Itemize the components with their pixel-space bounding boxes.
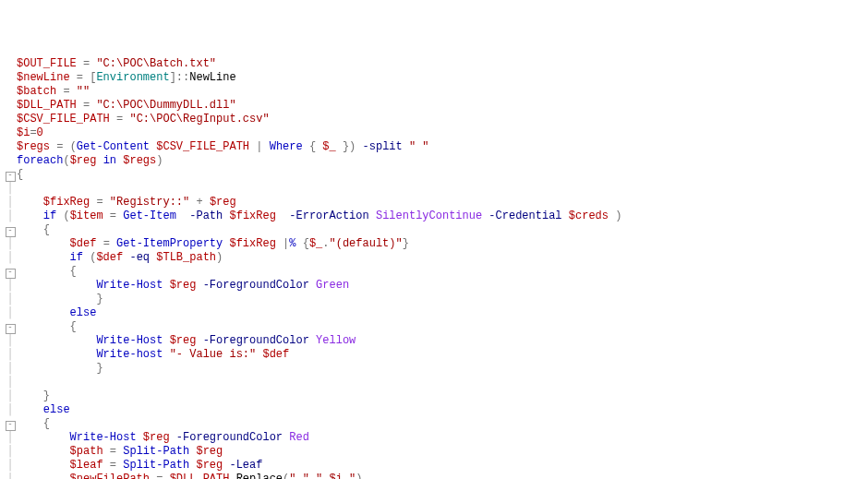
fold-guide: │ bbox=[4, 389, 17, 403]
fold-guide: │ bbox=[4, 473, 17, 479]
fold-guide: │ bbox=[4, 293, 17, 306]
code-line[interactable]: - { bbox=[4, 417, 864, 431]
gutter-blank bbox=[4, 113, 17, 126]
code-line[interactable]: │ if ($item = Get-Item -Path $fixReg -Er… bbox=[4, 210, 864, 223]
code-line[interactable]: │ $path = Split-Path $reg bbox=[4, 445, 864, 459]
code-line[interactable]: │ Write-Host $reg -ForegroundColor Yello… bbox=[4, 334, 864, 348]
fold-guide: │ bbox=[4, 251, 17, 265]
code-line[interactable]: │ else bbox=[4, 306, 864, 320]
code-editor[interactable]: $OUT_FILE = "C:\POC\Batch.txt" $newLine … bbox=[4, 57, 864, 479]
gutter-blank bbox=[4, 140, 17, 154]
code-line[interactable]: $newLine = [Environment]::NewLine bbox=[4, 71, 864, 85]
code-line[interactable]: │ $newFilePath = $DLL_PATH.Replace(".","… bbox=[4, 473, 864, 479]
code-line[interactable]: │ Write-host "- Value is:" $def bbox=[4, 348, 864, 362]
code-line[interactable]: │ $leaf = Split-Path $reg -Leaf bbox=[4, 459, 864, 473]
gutter-blank bbox=[4, 71, 17, 85]
code-line[interactable]: │ bbox=[4, 376, 864, 389]
gutter-blank bbox=[4, 154, 17, 168]
code-line[interactable]: │ } bbox=[4, 293, 864, 306]
fold-guide: │ bbox=[4, 445, 17, 459]
code-line[interactable]: │ Write-Host $reg -ForegroundColor Red bbox=[4, 431, 864, 445]
fold-toggle[interactable]: - bbox=[4, 320, 17, 334]
fold-guide: │ bbox=[4, 196, 17, 210]
fold-guide: │ bbox=[4, 362, 17, 376]
fold-toggle[interactable]: - bbox=[4, 265, 17, 279]
fold-guide: │ bbox=[4, 348, 17, 362]
fold-toggle[interactable]: - bbox=[4, 223, 17, 237]
code-line[interactable]: $regs = (Get-Content $CSV_FILE_PATH | Wh… bbox=[4, 140, 864, 154]
code-line[interactable]: │ $def = Get-ItemProperty $fixReg |% {$_… bbox=[4, 237, 864, 251]
fold-guide: │ bbox=[4, 210, 17, 223]
code-line[interactable]: │ } bbox=[4, 389, 864, 403]
fold-guide: │ bbox=[4, 376, 17, 389]
gutter-blank bbox=[4, 99, 17, 113]
code-line[interactable]: $i=0 bbox=[4, 126, 864, 140]
code-line[interactable]: │ } bbox=[4, 362, 864, 376]
code-line[interactable]: foreach($reg in $regs) bbox=[4, 154, 864, 168]
fold-guide: │ bbox=[4, 334, 17, 348]
fold-guide: │ bbox=[4, 306, 17, 320]
code-line[interactable]: │ Write-Host $reg -ForegroundColor Green bbox=[4, 279, 864, 293]
code-line[interactable]: -{ bbox=[4, 168, 864, 182]
fold-guide: │ bbox=[4, 182, 17, 196]
fold-guide: │ bbox=[4, 279, 17, 293]
code-line[interactable]: - { bbox=[4, 223, 864, 237]
gutter-blank bbox=[4, 126, 17, 140]
code-line[interactable]: $OUT_FILE = "C:\POC\Batch.txt" bbox=[4, 57, 864, 71]
code-line[interactable]: - { bbox=[4, 265, 864, 279]
gutter-blank bbox=[4, 85, 17, 99]
fold-guide: │ bbox=[4, 431, 17, 445]
code-line[interactable]: - { bbox=[4, 320, 864, 334]
code-line[interactable]: │ bbox=[4, 182, 864, 196]
fold-toggle[interactable]: - bbox=[4, 168, 17, 182]
gutter-blank bbox=[4, 57, 17, 71]
fold-toggle[interactable]: - bbox=[4, 417, 17, 431]
code-line[interactable]: │ $fixReg = "Registry::" + $reg bbox=[4, 196, 864, 210]
code-line[interactable]: $DLL_PATH = "C:\POC\DummyDLL.dll" bbox=[4, 99, 864, 113]
code-line[interactable]: │ if ($def -eq $TLB_path) bbox=[4, 251, 864, 265]
fold-guide: │ bbox=[4, 237, 17, 251]
code-line[interactable]: │ else bbox=[4, 403, 864, 417]
fold-guide: │ bbox=[4, 403, 17, 417]
fold-guide: │ bbox=[4, 459, 17, 473]
code-line[interactable]: $batch = "" bbox=[4, 85, 864, 99]
code-line[interactable]: $CSV_FILE_PATH = "C:\POC\RegInput.csv" bbox=[4, 113, 864, 126]
